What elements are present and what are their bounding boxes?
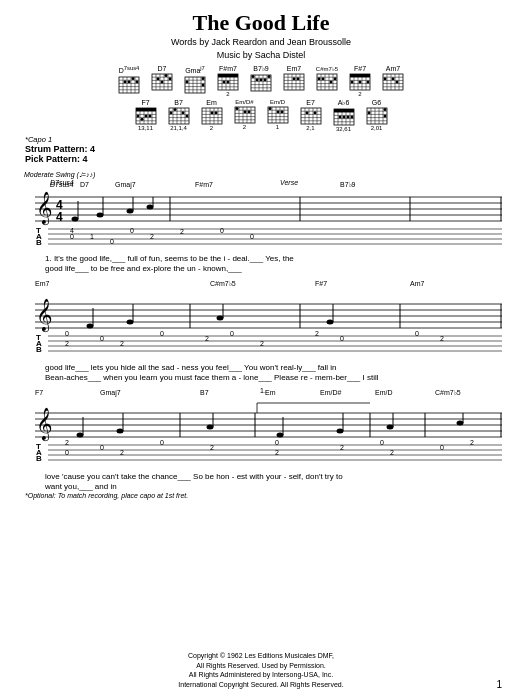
song-title: The Good Life [20,10,502,36]
svg-text:2: 2 [440,335,444,342]
strum-section: Strum Pattern: 4 Pick Pattern: 4 [25,144,502,164]
chord-d7: D7 [147,65,177,97]
svg-text:1: 1 [90,233,94,240]
svg-point-36 [202,77,205,80]
svg-text:B: B [36,454,42,463]
footer-line2: All Rights Reserved. Used by Permission. [0,661,522,671]
svg-text:1.: 1. [260,387,266,394]
chord-f7: F7 13,11 [131,99,161,132]
chord-f-sharp-m7: F#m7 2 [213,65,243,97]
svg-text:0: 0 [65,330,69,337]
staff-section-2: Em7 C#m7♭5 F#7 Am7 𝄞 [20,276,502,360]
chord-row-2: F7 13,11 B7 [20,99,502,132]
svg-point-59 [252,75,255,78]
svg-point-162 [247,110,250,113]
chord-row-1: D7sus4 D7 [20,65,502,97]
svg-rect-47 [218,74,238,77]
lyrics-line3: love 'cause you can't take the chance___… [45,472,497,481]
lyrics-line1b: good life___ to be free and ex-plore the… [45,264,497,273]
staff-svg-2: Em7 C#m7♭5 F#7 Am7 𝄞 [20,276,502,356]
svg-point-86 [330,81,333,84]
svg-text:2: 2 [210,444,214,451]
svg-text:0: 0 [70,233,74,240]
svg-point-124 [140,118,143,121]
svg-point-98 [351,81,354,84]
svg-text:Verse: Verse [280,179,298,186]
chord-b7b9: B7♭9 [246,65,276,97]
svg-point-87 [334,77,337,80]
svg-point-315 [207,425,214,430]
svg-point-272 [327,320,334,325]
svg-point-48 [223,81,226,84]
svg-point-311 [77,433,84,438]
lyrics-line2b: Bean-aches___ when you learn you must fa… [45,373,497,382]
svg-text:2: 2 [390,449,394,456]
svg-point-323 [457,421,464,426]
page: The Good Life Words by Jack Reardon and … [0,0,522,696]
footer-line3: All Rights Administered by Intersong-USA… [0,670,522,680]
svg-point-199 [350,116,353,119]
svg-point-35 [186,80,189,83]
svg-point-234 [127,209,134,214]
subtitle-line1: Words by Jack Reardon and Jean Broussoll… [20,36,502,49]
svg-text:𝄞: 𝄞 [36,191,53,226]
lyrics-line3b: want you,___ and in [45,482,497,491]
svg-text:Em7: Em7 [35,280,50,287]
svg-point-172 [268,107,271,110]
svg-text:B: B [36,238,42,247]
svg-point-139 [185,115,188,118]
title-section: The Good Life Words by Jack Reardon and … [20,10,502,61]
svg-point-211 [383,115,386,118]
svg-text:Moderate Swing (♩=♪♪): Moderate Swing (♩=♪♪) [24,171,95,179]
svg-rect-140 [202,108,222,124]
chord-f-sharp-7: F#7 2 [345,65,375,97]
svg-point-174 [280,110,283,113]
svg-point-184 [305,111,308,114]
chord-em: Em 2 [197,99,227,132]
svg-text:0: 0 [340,335,344,342]
svg-point-61 [260,78,263,81]
svg-point-173 [276,110,279,113]
svg-text:2: 2 [315,330,319,337]
svg-point-210 [383,108,386,111]
svg-point-22 [157,77,160,80]
svg-text:F#m7: F#m7 [195,181,213,188]
svg-text:Am7: Am7 [410,280,425,287]
svg-point-25 [169,77,172,80]
svg-point-160 [235,107,238,110]
svg-text:B7: B7 [200,389,209,396]
staff-section-3: F7 Gmaj7 B7 Em Em/D# Em/D C#m7♭5 1. 𝄞 [20,385,502,469]
svg-text:2: 2 [65,439,69,446]
svg-text:D7sus4: D7sus4 [50,179,74,186]
svg-text:0: 0 [230,330,234,337]
footer-line4: International Copyright Secured. All Rig… [0,680,522,690]
svg-point-125 [144,115,147,118]
lyrics-line1: 1. It's the good life,___ full of fun, s… [45,254,497,263]
svg-text:2: 2 [150,233,154,240]
svg-text:𝄞: 𝄞 [36,298,53,333]
svg-text:Em/D#: Em/D# [320,389,342,396]
svg-point-185 [313,111,316,114]
svg-point-161 [243,110,246,113]
chord-em7: Em7 [279,65,309,97]
svg-text:B: B [36,345,42,354]
svg-point-268 [127,320,134,325]
svg-rect-101 [383,74,403,90]
svg-point-197 [342,116,345,119]
chord-em-dsharp: Em/D# 2 [230,99,260,132]
svg-point-63 [268,75,271,78]
svg-text:C#m7♭5: C#m7♭5 [210,280,236,287]
svg-rect-75 [317,74,337,90]
svg-point-85 [322,77,325,80]
svg-point-266 [87,324,94,329]
svg-text:0: 0 [65,449,69,456]
svg-point-73 [293,77,296,80]
chord-c-sharp-m7b5: C#m7♭5 [312,65,342,97]
svg-point-232 [97,213,104,218]
svg-point-99 [359,81,362,84]
svg-text:0: 0 [275,439,279,446]
svg-text:Em/D: Em/D [375,389,393,396]
svg-point-10 [128,80,131,83]
svg-text:0: 0 [100,444,104,451]
svg-text:0: 0 [440,444,444,451]
